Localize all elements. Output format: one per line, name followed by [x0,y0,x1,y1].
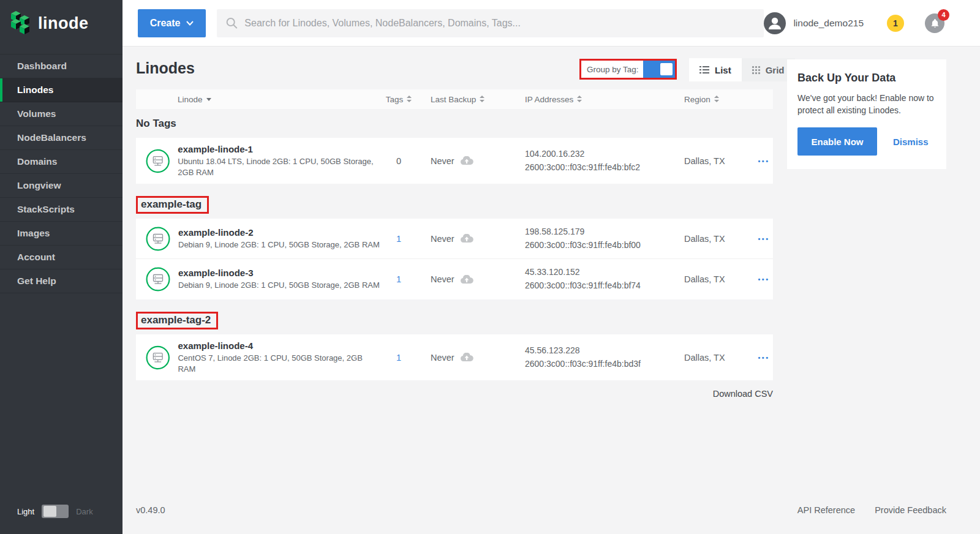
sidebar-item-linodes[interactable]: Linodes [0,78,123,102]
sidebar-item-label: Domains [17,156,57,167]
sidebar-nav: DashboardLinodesVolumesNodeBalancersDoma… [0,54,123,293]
tags-count[interactable]: 1 [396,274,401,284]
sidebar-item-account[interactable]: Account [0,246,123,269]
column-header-last-backup[interactable]: Last Backup [418,95,525,104]
region-value: Dallas, TX [684,156,755,166]
backup-cloud-icon [460,156,473,165]
tag-group-heading: example-tag [136,196,209,214]
sidebar-item-images[interactable]: Images [0,222,123,246]
linode-name-link[interactable]: example-linode-4 [178,340,253,351]
theme-toggle: Light Dark [17,505,93,518]
linode-table-body: No Tags example-linode-1Ubuntu 18.04 LTS… [136,118,773,380]
sidebar-item-label: Images [17,228,50,238]
backup-panel-description: We've got your back! Enable now to prote… [797,92,936,116]
backup-panel-title: Back Up Your Data [797,72,936,85]
sidebar-item-dashboard[interactable]: Dashboard [0,54,123,78]
theme-switch-knob [43,506,56,517]
backup-cloud-icon [460,275,473,284]
notifications-button[interactable]: 4 [925,13,944,33]
logo-text: linode [38,14,89,33]
search-icon [225,17,238,30]
create-button[interactable]: Create [138,9,206,37]
sidebar-item-get-help[interactable]: Get Help [0,269,123,293]
active-indicator [0,78,2,102]
sidebar-item-label: Longview [17,180,61,190]
column-label: Region [684,95,710,104]
linode-description: Debian 9, Linode 2GB: 1 CPU, 50GB Storag… [178,280,380,291]
last-backup-value: Never [431,274,454,284]
list-view-button[interactable]: List [689,58,742,81]
column-header-tags[interactable]: Tags [380,95,418,104]
app-version: v0.49.0 [136,505,165,515]
group-by-tag-control: Group by Tag: [579,59,677,80]
tag-group-heading: example-tag-2 [136,312,218,329]
linode-row: example-linode-2Debian 9, Linode 2GB: 1 … [136,219,773,259]
column-header-linode[interactable]: Linode [136,95,380,104]
tags-count: 0 [396,156,401,166]
account-badge[interactable]: 1 [887,15,904,32]
sidebar-item-label: Volumes [17,108,56,119]
linode-logo[interactable]: linode [0,0,123,45]
linode-group-card: example-linode-1Ubuntu 18.04 LTS, Linode… [136,138,773,184]
search-bar[interactable] [217,9,764,37]
sidebar-item-label: Linodes [17,85,53,95]
region-value: Dallas, TX [684,353,755,363]
linode-name-link[interactable]: example-linode-2 [178,227,254,238]
group-by-tag-label: Group by Tag: [581,61,643,78]
view-toggle: List Grid [689,58,795,81]
tags-count[interactable]: 1 [396,353,401,363]
avatar [764,12,786,34]
notification-count-badge: 4 [938,9,949,21]
provide-feedback-link[interactable]: Provide Feedback [875,505,946,515]
sort-icon [714,96,719,102]
linode-name-link[interactable]: example-linode-1 [178,144,253,154]
api-reference-link[interactable]: API Reference [797,505,855,515]
linode-name-link[interactable]: example-linode-3 [178,268,254,278]
backup-cloud-icon [460,234,473,243]
theme-light-label: Light [17,507,34,516]
download-csv-link[interactable]: Download CSV [136,389,773,399]
linode-row: example-linode-1Ubuntu 18.04 LTS, Linode… [136,138,773,184]
row-actions-button[interactable]: ••• [756,154,771,168]
sidebar-item-domains[interactable]: Domains [0,150,123,174]
column-label: Linode [178,95,203,104]
sidebar: linode DashboardLinodesVolumesNodeBalanc… [0,0,123,534]
linode-group-card: example-linode-2Debian 9, Linode 2GB: 1 … [136,219,773,299]
sidebar-item-longview[interactable]: Longview [0,174,123,198]
user-menu[interactable]: linode_demo215 [764,12,864,34]
search-input[interactable] [244,18,755,29]
ip-address: 2600:3c00::f03c:91ff:fe4b:bf00 [525,239,684,252]
linode-description: Ubuntu 18.04 LTS, Linode 2GB: 1 CPU, 50G… [178,156,380,178]
tags-count[interactable]: 1 [396,234,401,244]
linode-server-icon [146,149,170,173]
group-by-tag-toggle[interactable] [643,61,675,78]
sidebar-item-nodebalancers[interactable]: NodeBalancers [0,126,123,150]
row-actions-button[interactable]: ••• [756,231,771,246]
linode-server-icon [146,345,170,370]
create-button-label: Create [150,18,181,29]
linode-row: example-linode-4CentOS 7, Linode 2GB: 1 … [136,334,773,380]
sidebar-item-label: StackScripts [17,204,75,214]
backup-panel: Back Up Your Data We've got your back! E… [787,59,946,169]
theme-switch[interactable] [42,505,69,518]
ip-address: 45.33.120.152 [525,266,684,279]
dismiss-link[interactable]: Dismiss [893,137,929,147]
ip-address: 104.200.16.232 [525,148,684,161]
backup-cloud-icon [460,353,473,362]
region-value: Dallas, TX [684,234,755,244]
enable-now-button[interactable]: Enable Now [797,127,877,156]
sort-icon [480,96,484,102]
linode-group-card: example-linode-4CentOS 7, Linode 2GB: 1 … [136,334,773,380]
sidebar-item-stackscripts[interactable]: StackScripts [0,198,123,222]
row-actions-button[interactable]: ••• [756,350,771,365]
row-actions-button[interactable]: ••• [756,272,771,287]
linode-description: CentOS 7, Linode 2GB: 1 CPU, 50GB Storag… [178,353,380,374]
sort-icon [577,96,582,102]
column-header-ip-addresses[interactable]: IP Addresses [525,95,684,104]
sidebar-item-volumes[interactable]: Volumes [0,102,123,126]
grid-icon [752,66,760,74]
page-title: Linodes [136,59,195,77]
list-view-label: List [715,65,731,75]
column-header-region[interactable]: Region [684,95,755,104]
ip-address: 45.56.123.228 [525,344,684,358]
